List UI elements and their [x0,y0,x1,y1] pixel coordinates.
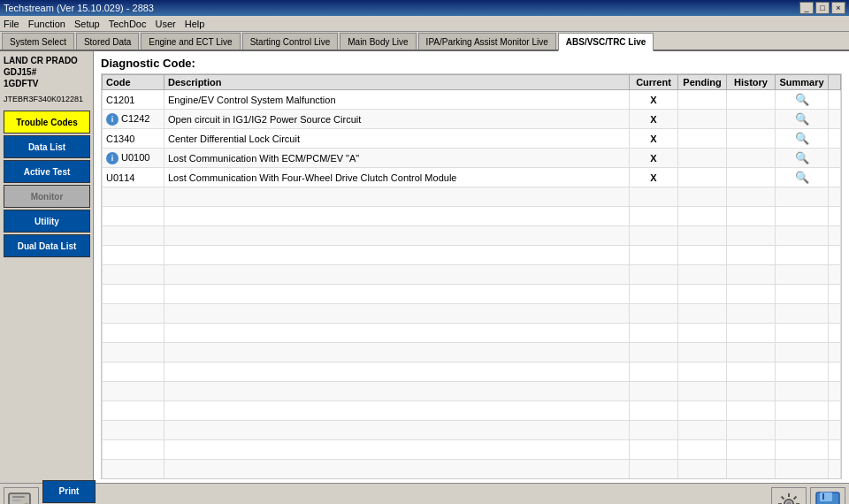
cell-description: Engine/EV Control System Malfunction [164,90,630,110]
cell-empty [727,324,776,343]
cell-empty [727,285,776,304]
cell-empty [630,363,678,382]
table-row-empty [103,479,841,480]
col-header-scroll [829,75,841,90]
svg-rect-6 [12,500,21,501]
table-row-empty [103,285,841,304]
close-window-button[interactable]: × [831,2,845,14]
svg-rect-18 [820,493,832,501]
cell-empty [630,207,678,226]
print-button[interactable]: Print [42,480,96,503]
cell-empty [829,304,841,324]
cell-summary-magnifier[interactable]: 🔍 [776,149,829,168]
footer-left: Print Close [4,480,96,505]
cell-empty [829,440,841,460]
table-row-empty [103,382,841,401]
cell-empty [103,401,164,421]
save-icon-button[interactable] [810,487,845,505]
cell-summary-magnifier[interactable]: 🔍 [776,90,829,110]
tab-engine-ect-live[interactable]: Engine and ECT Live [141,33,240,50]
table-row[interactable]: i C1242Open circuit in IG1/IG2 Power Sou… [103,110,841,129]
svg-line-14 [794,496,797,499]
cell-description: Lost Communication With Four-Wheel Drive… [164,168,630,187]
cell-history [727,168,776,187]
cell-empty [829,187,841,207]
info-icon[interactable]: i [106,113,119,126]
vehicle-line1: LAND CR PRADO [4,55,89,66]
cell-empty [727,265,776,285]
col-header-history: History [727,75,776,90]
cell-empty [829,460,841,479]
table-row-empty [103,460,841,479]
cell-summary-magnifier[interactable]: 🔍 [776,168,829,187]
cell-empty [829,363,841,382]
cell-empty [829,246,841,265]
active-test-button[interactable]: Active Test [4,160,90,183]
table-row-empty [103,265,841,285]
dual-data-list-button[interactable]: Dual Data List [4,234,90,257]
cell-empty [164,246,630,265]
tab-main-body-live[interactable]: Main Body Live [340,33,416,50]
info-icon[interactable]: i [106,152,119,164]
menu-file[interactable]: File [4,19,19,29]
tab-abs-vsc-trc[interactable]: ABS/VSC/TRC Live [558,33,654,51]
cell-empty [103,246,164,265]
tab-starting-control-live[interactable]: Starting Control Live [242,33,339,50]
cell-empty [829,343,841,363]
menu-techdoc[interactable]: TechDoc [109,19,147,29]
title-bar-controls[interactable]: _ □ × [799,2,845,14]
cell-pending [678,110,727,129]
cell-empty [776,363,829,382]
cell-empty [630,440,678,460]
trouble-codes-button[interactable]: Trouble Codes [4,111,90,134]
cell-scroll [829,168,841,187]
cell-history [727,149,776,168]
cell-empty [829,421,841,440]
table-row-empty [103,363,841,382]
cell-history [727,129,776,149]
cell-empty [678,363,727,382]
col-header-pending: Pending [678,75,727,90]
cell-empty [678,401,727,421]
cell-empty [727,207,776,226]
data-list-button[interactable]: Data List [4,135,90,158]
dtc-icon-button[interactable] [4,487,39,505]
cell-empty [103,363,164,382]
cell-history [727,90,776,110]
cell-empty [630,187,678,207]
cell-scroll [829,149,841,168]
svg-rect-20 [822,493,824,500]
cell-summary-magnifier[interactable]: 🔍 [776,110,829,129]
footer-right [771,487,845,505]
maximize-button[interactable]: □ [815,2,830,14]
menu-help[interactable]: Help [185,19,205,29]
cell-empty [776,226,829,246]
tab-ipa-parking[interactable]: IPA/Parking Assist Monitor Live [418,33,556,50]
cell-empty [103,460,164,479]
table-row[interactable]: i U0100Lost Communication With ECM/PCM/E… [103,149,841,168]
cell-summary-magnifier[interactable]: 🔍 [776,129,829,149]
cell-code: i U0100 [103,149,164,168]
cell-history [727,110,776,129]
table-row[interactable]: C1201Engine/EV Control System Malfunctio… [103,90,841,110]
settings-icon-button[interactable] [771,487,807,505]
diagnostic-table[interactable]: Code Description Current Pending History… [101,73,842,479]
menu-user[interactable]: User [155,19,175,29]
cell-empty [103,207,164,226]
tab-stored-data[interactable]: Stored Data [76,33,139,50]
tab-system-select[interactable]: System Select [2,33,74,50]
monitor-button[interactable]: Monitor [4,185,90,208]
cell-current: X [630,90,678,110]
table-row[interactable]: C1340Center Differential Lock CircuitX🔍 [103,129,841,149]
table-row[interactable]: U0114Lost Communication With Four-Wheel … [103,168,841,187]
table-row-empty [103,440,841,460]
cell-empty [776,207,829,226]
col-header-code: Code [103,75,164,90]
cell-empty [678,343,727,363]
utility-button[interactable]: Utility [4,210,90,233]
cell-empty [103,343,164,363]
minimize-button[interactable]: _ [799,2,814,14]
menu-function[interactable]: Function [28,19,65,29]
menu-setup[interactable]: Setup [74,19,100,29]
cell-empty [678,421,727,440]
